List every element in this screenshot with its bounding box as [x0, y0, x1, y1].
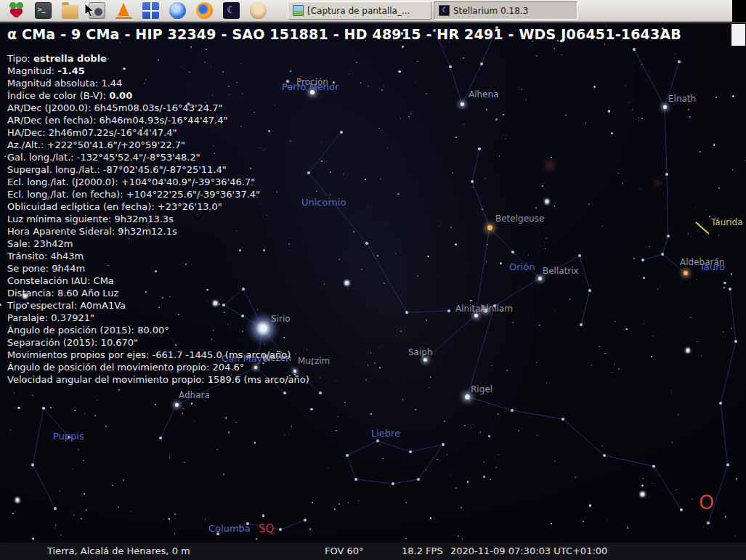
star — [644, 323, 645, 325]
sky-marker-o: O — [699, 491, 714, 514]
star-aldebaran[interactable] — [684, 271, 688, 275]
star — [83, 460, 84, 461]
star — [400, 330, 402, 332]
web-browser-icon[interactable] — [169, 2, 186, 19]
datetime-indicator[interactable]: 2020-11-09 07:30:03 UTC+01:00 — [450, 545, 607, 556]
object-info-line: Tipo espectral: A0mA1Va — [7, 299, 309, 312]
star — [316, 190, 317, 192]
star — [500, 262, 502, 264]
mascot-icon[interactable] — [250, 2, 267, 19]
star — [608, 110, 610, 112]
object-info-panel: Tipo: estrella dobleMagnitud: -1.45Magni… — [7, 52, 309, 386]
object-info-line: Az./Alt.: +222°50'41.6"/+20°59'22.7" — [7, 139, 309, 151]
object-info-line: Ecl. long./lat. (en fecha): +104°22'25.6… — [7, 188, 309, 200]
raspberry-menu-icon[interactable] — [8, 2, 25, 19]
object-info-line: Magnitud absoluta: 1.44 — [7, 77, 309, 89]
star-saiph[interactable] — [423, 358, 427, 362]
taskbar-window-list: [Captura de pantalla_...Stellarium 0.18.… — [288, 1, 580, 20]
star — [447, 454, 448, 455]
selected-object-title: α CMa - 9 CMa - HIP 32349 - SAO 151881 -… — [7, 26, 681, 42]
star — [725, 516, 726, 517]
star — [542, 185, 543, 187]
file-manager-icon[interactable] — [62, 5, 78, 19]
star — [430, 517, 431, 519]
star-betelgeuse[interactable] — [487, 225, 492, 230]
star-alhena[interactable] — [461, 102, 464, 106]
star — [651, 356, 652, 357]
star — [554, 460, 556, 462]
star — [450, 227, 452, 228]
star — [78, 449, 79, 450]
star — [405, 502, 407, 503]
star — [499, 155, 500, 157]
star-label-rigel: Rigel — [471, 384, 492, 394]
star — [159, 437, 161, 439]
location-indicator[interactable]: Tierra, Alcalá de Henares, 0 m — [47, 545, 190, 556]
firefox-icon[interactable] — [196, 2, 213, 19]
star — [112, 484, 113, 486]
star — [486, 261, 487, 262]
star-bellatrix[interactable] — [538, 277, 542, 280]
star — [59, 490, 60, 492]
star-label-betelgeuse: Betelgeuse — [495, 214, 544, 224]
star — [16, 498, 20, 502]
star — [618, 368, 620, 370]
star — [447, 309, 450, 312]
object-info-line: Tipo: estrella doble — [7, 52, 309, 65]
star — [190, 46, 192, 48]
star-elnath[interactable] — [663, 105, 667, 109]
star — [304, 519, 306, 521]
star — [365, 179, 366, 180]
terminal-icon[interactable] — [35, 2, 52, 19]
star — [223, 474, 224, 475]
star — [593, 86, 596, 88]
star — [344, 402, 346, 403]
star — [518, 430, 519, 431]
star — [511, 409, 513, 411]
star — [417, 275, 418, 277]
star — [705, 209, 707, 211]
star — [551, 523, 552, 524]
star — [561, 418, 564, 420]
star — [641, 484, 644, 487]
star — [641, 64, 642, 65]
star — [723, 282, 726, 284]
star — [426, 93, 427, 94]
star — [54, 507, 56, 509]
screenshot-tool-icon[interactable] — [89, 2, 105, 19]
star — [601, 445, 603, 447]
star — [528, 254, 530, 256]
object-info-line: Ángulo de posición del movimiento propio… — [7, 361, 309, 373]
star — [368, 365, 369, 366]
star-label-alhena: Alhena — [469, 89, 499, 100]
vlc-icon[interactable] — [115, 2, 132, 19]
background-window-edge — [731, 24, 745, 46]
star — [182, 408, 184, 410]
stellarium-launcher-icon[interactable] — [223, 2, 240, 19]
star — [131, 511, 132, 512]
star — [713, 144, 715, 145]
workspaces-icon[interactable] — [142, 2, 159, 19]
star — [384, 283, 385, 284]
star — [467, 481, 469, 482]
sky-marker-sq: SQ — [259, 522, 274, 535]
window-top-edge — [0, 23, 746, 23]
star-rigel[interactable] — [465, 394, 470, 399]
star-adhara[interactable] — [175, 403, 179, 407]
star-alnitak[interactable] — [474, 314, 478, 317]
star-label-bellatrix: Bellatrix — [543, 266, 579, 276]
star — [731, 328, 732, 329]
desktop-screen: α CMa - 9 CMa - HIP 32349 - SAO 151881 -… — [0, 0, 746, 560]
sky-marker-taurida: Táurida — [711, 217, 743, 227]
taskbar-end-panel — [732, 0, 746, 22]
star-label-saiph: Saiph — [408, 347, 433, 357]
window-title: [Captura de pantalla_... — [307, 6, 410, 16]
star — [734, 340, 737, 342]
star — [642, 478, 644, 479]
taskbar-window-screenshot[interactable]: [Captura de pantalla_... — [288, 1, 431, 20]
star — [398, 70, 400, 73]
taskbar-window-stellarium[interactable]: Stellarium 0.18.3 — [434, 1, 577, 20]
stellarium-sky-view[interactable]: α CMa - 9 CMa - HIP 32349 - SAO 151881 -… — [0, 0, 746, 560]
stellarium-window-icon — [439, 5, 450, 16]
star — [546, 382, 548, 384]
